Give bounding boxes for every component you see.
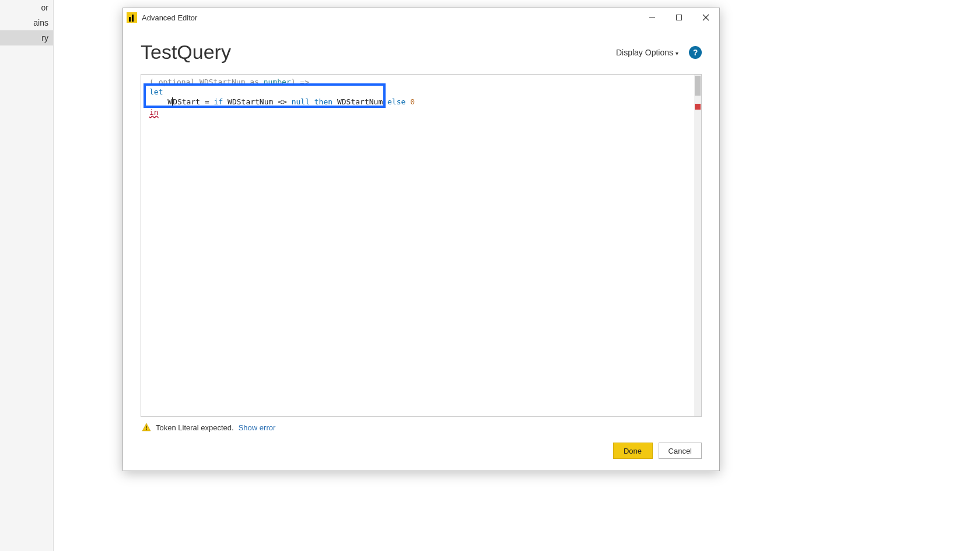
bg-item: ains <box>0 15 53 30</box>
status-message: Token Literal expected. <box>156 423 234 432</box>
powerbi-icon <box>127 12 137 23</box>
titlebar: Advanced Editor <box>123 8 719 27</box>
scroll-thumb[interactable] <box>695 76 701 96</box>
code-editor[interactable]: ( optional WDStartNum as number) => let … <box>141 74 702 417</box>
show-error-link[interactable]: Show error <box>239 423 276 432</box>
header-row: TestQuery Display Options▾ ? <box>141 41 702 64</box>
maximize-button[interactable] <box>666 9 692 26</box>
background-queries-pane: or ains ry <box>0 0 54 551</box>
advanced-editor-dialog: Advanced Editor TestQuery Display Option… <box>123 8 720 471</box>
query-name: TestQuery <box>141 41 231 64</box>
dialog-content: TestQuery Display Options▾ ? ( optional … <box>123 27 719 432</box>
status-bar: Token Literal expected. Show error <box>141 417 702 432</box>
cancel-button[interactable]: Cancel <box>659 443 702 459</box>
window-controls <box>639 9 719 26</box>
dialog-title: Advanced Editor <box>142 13 197 22</box>
chevron-down-icon: ▾ <box>676 50 678 57</box>
close-button[interactable] <box>692 9 719 26</box>
bg-item: or <box>0 0 53 15</box>
display-options-label: Display Options <box>616 48 673 57</box>
help-button[interactable]: ? <box>689 46 702 59</box>
error-token: in <box>149 108 159 117</box>
error-marker[interactable] <box>695 104 701 110</box>
done-button[interactable]: Done <box>613 443 653 459</box>
svg-rect-5 <box>146 426 147 429</box>
code-text[interactable]: ( optional WDStartNum as number) => let … <box>141 75 701 120</box>
svg-rect-1 <box>677 15 682 20</box>
bg-item-selected: ry <box>0 30 53 45</box>
warning-icon <box>142 423 151 432</box>
display-options-dropdown[interactable]: Display Options▾ <box>616 48 678 57</box>
dialog-footer: Done Cancel <box>123 432 719 471</box>
svg-rect-6 <box>146 429 147 430</box>
minimize-button[interactable] <box>639 9 666 26</box>
scrollbar[interactable] <box>694 75 701 416</box>
